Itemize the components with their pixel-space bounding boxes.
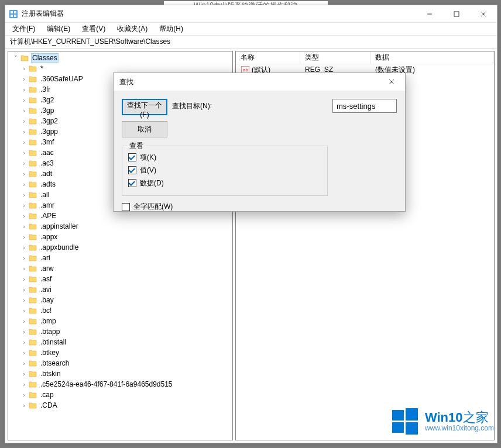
expand-icon[interactable]: ›: [20, 65, 28, 73]
expand-icon[interactable]: ›: [20, 349, 28, 357]
close-button[interactable]: [470, 5, 497, 23]
expand-icon[interactable]: ›: [20, 275, 28, 283]
tree-item-label: .bmp: [39, 317, 57, 325]
maximize-button[interactable]: [443, 5, 470, 23]
expand-icon[interactable]: ›: [20, 254, 28, 262]
expand-icon[interactable]: ›: [20, 139, 28, 146]
folder-icon: [28, 149, 37, 157]
expand-icon[interactable]: ›: [20, 328, 28, 336]
tree-item[interactable]: ›.btsearch: [8, 358, 232, 368]
col-data[interactable]: 数据: [370, 51, 494, 64]
tree-item-label: .btkey: [39, 349, 60, 357]
expand-icon[interactable]: ›: [20, 118, 28, 125]
expand-icon[interactable]: ›: [20, 202, 28, 209]
tree-item[interactable]: ›.appx: [8, 232, 232, 242]
expand-icon[interactable]: ›: [20, 149, 28, 157]
check-keys-row[interactable]: 项(K): [128, 151, 321, 164]
expand-icon[interactable]: ›: [20, 181, 28, 188]
expand-icon[interactable]: ›: [20, 160, 28, 167]
match-whole-box[interactable]: [122, 203, 130, 211]
menu-help[interactable]: 帮助(H): [155, 23, 188, 35]
check-values-box[interactable]: [128, 166, 136, 174]
expand-icon[interactable]: ›: [20, 128, 28, 136]
expand-icon[interactable]: ›: [20, 265, 28, 273]
tree-item[interactable]: ›.bc!: [8, 305, 232, 316]
tree-item-label: .CDA: [39, 401, 59, 409]
tree-item[interactable]: ›.appxbundle: [8, 242, 232, 253]
folder-icon: [28, 391, 37, 399]
expand-icon[interactable]: ›: [20, 307, 28, 315]
expand-icon[interactable]: ›: [20, 97, 28, 104]
tree-item[interactable]: ›.btkey: [8, 347, 232, 358]
expand-icon[interactable]: ›: [20, 391, 28, 399]
menu-edit[interactable]: 编辑(E): [42, 23, 75, 35]
cancel-button[interactable]: 取消: [122, 121, 167, 137]
expand-icon[interactable]: ›: [20, 86, 28, 94]
col-type[interactable]: 类型: [300, 51, 370, 64]
expand-icon[interactable]: ›: [20, 370, 28, 378]
expand-icon[interactable]: ›: [20, 233, 28, 241]
tree-item[interactable]: ›.cap: [8, 390, 232, 400]
tree-item[interactable]: ›.appinstaller: [8, 221, 232, 232]
tree-item[interactable]: ›.bay: [8, 295, 232, 305]
tree-item-label: .3gpp: [39, 127, 59, 136]
find-dialog-close-button[interactable]: [378, 73, 405, 91]
check-data-box[interactable]: [128, 179, 136, 187]
check-values-row[interactable]: 值(V): [128, 164, 321, 177]
find-target-input[interactable]: [332, 99, 397, 113]
tree-root[interactable]: ˅Classes: [8, 53, 232, 63]
expand-icon[interactable]: ›: [20, 191, 28, 199]
expand-icon[interactable]: ›: [20, 402, 28, 409]
address-bar[interactable]: 计算机\HKEY_CURRENT_USER\Software\Classes: [5, 36, 497, 49]
tree-item[interactable]: ›.bmp: [8, 316, 232, 326]
window-controls: [416, 5, 497, 23]
menu-file[interactable]: 文件(F): [8, 23, 40, 35]
folder-icon: [28, 370, 37, 378]
tree-item-label: .APE: [39, 212, 57, 220]
folder-icon: [28, 106, 37, 115]
expand-icon[interactable]: ›: [20, 381, 28, 388]
folder-icon: [28, 233, 37, 241]
tree-item[interactable]: ›.asf: [8, 274, 232, 284]
tree-item[interactable]: ›.btapp: [8, 326, 232, 337]
menu-favorites[interactable]: 收藏夹(A): [112, 23, 152, 35]
menu-view[interactable]: 查看(V): [77, 23, 110, 35]
tree-item[interactable]: ›.ari: [8, 253, 232, 263]
tree-item-label: .amr: [39, 201, 56, 209]
expand-icon[interactable]: ›: [20, 107, 28, 115]
tree-item[interactable]: ›.arw: [8, 263, 232, 274]
expand-icon[interactable]: ›: [20, 212, 28, 220]
folder-icon: [20, 54, 29, 62]
tree-item[interactable]: ›.btskin: [8, 368, 232, 379]
col-name[interactable]: 名称: [236, 51, 300, 64]
find-next-button[interactable]: 查找下一个(F): [122, 99, 167, 115]
expand-icon[interactable]: ›: [20, 339, 28, 346]
check-values-label: 值(V): [140, 166, 156, 175]
expand-icon[interactable]: ›: [20, 223, 28, 230]
tree-item-label: .3gp2: [39, 117, 59, 125]
collapse-icon[interactable]: ˅: [12, 54, 20, 62]
expand-icon[interactable]: ›: [20, 286, 28, 294]
tree-item-label: .3gp: [39, 106, 55, 115]
expand-icon[interactable]: ›: [20, 318, 28, 325]
minimize-button[interactable]: [416, 5, 443, 23]
check-keys-label: 项(K): [140, 153, 156, 163]
tree-item[interactable]: ›.avi: [8, 284, 232, 295]
expand-icon[interactable]: ›: [20, 75, 28, 83]
check-keys-box[interactable]: [128, 153, 136, 161]
expand-icon[interactable]: ›: [20, 360, 28, 367]
tree-item[interactable]: ›.c5e2524a-ea46-4f67-841f-6a9465d9d515: [8, 379, 232, 390]
look-at-group: 查看 项(K) 值(V) 数据(D): [122, 146, 328, 196]
folder-icon: [28, 180, 37, 188]
tree-item-label: *: [39, 64, 44, 73]
expand-icon[interactable]: ›: [20, 297, 28, 304]
svg-rect-2: [14, 11, 16, 13]
tree-item-label: .btinstall: [39, 338, 67, 346]
tree-item[interactable]: ›.btinstall: [8, 337, 232, 347]
expand-icon[interactable]: ›: [20, 244, 28, 251]
tree-item[interactable]: ›.CDA: [8, 400, 232, 411]
expand-icon[interactable]: ›: [20, 170, 28, 178]
match-whole-row[interactable]: 全字匹配(W): [122, 202, 328, 212]
check-data-row[interactable]: 数据(D): [128, 177, 321, 189]
folder-icon: [28, 85, 37, 94]
